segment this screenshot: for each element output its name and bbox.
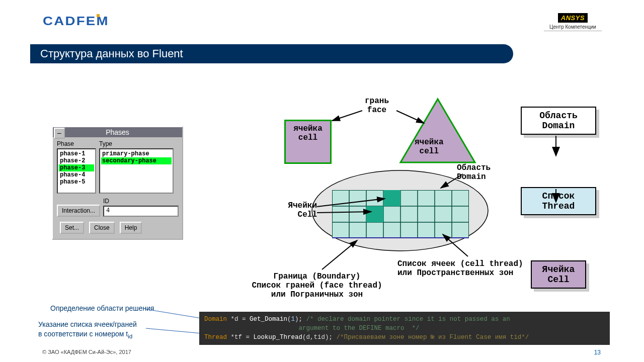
set-button[interactable]: Set... bbox=[60, 222, 84, 234]
type-listbox[interactable]: primary-phase secondary-phase bbox=[99, 148, 174, 194]
arrow-cellthread bbox=[438, 231, 488, 261]
svg-line-25 bbox=[146, 328, 201, 333]
boundary-label: Граница (Boundary) Список граней (face t… bbox=[224, 272, 410, 299]
footnote-2b: в соответствии с номером t bbox=[38, 330, 128, 338]
id-label: ID bbox=[103, 198, 179, 205]
svg-line-2 bbox=[396, 111, 424, 123]
hier-domain-l2: Domain bbox=[526, 121, 591, 131]
ansys-box: ANSYS bbox=[558, 13, 588, 23]
svg-line-22 bbox=[322, 240, 357, 269]
boundary-l2: Список граней (face thread) bbox=[224, 281, 410, 290]
svg-line-1 bbox=[332, 111, 362, 121]
list-item[interactable]: primary-phase bbox=[101, 150, 172, 157]
code-block: Domain *d = Get_Domain(1); /* declare do… bbox=[199, 312, 610, 345]
list-item[interactable]: phase-1 bbox=[59, 150, 94, 157]
system-menu-icon[interactable]: – bbox=[54, 128, 65, 139]
close-button[interactable]: Close bbox=[89, 222, 115, 234]
arrow-boundary bbox=[312, 238, 372, 274]
phase-label: Phase bbox=[57, 140, 96, 147]
cellthread-l2: или Пространственных зон bbox=[397, 268, 558, 278]
page-title: Структура данных во Fluent bbox=[30, 44, 513, 63]
phases-dialog: – Phases Phase phase-1 phase-2 phase-3 p… bbox=[52, 126, 183, 240]
cellthread-label: Список ячеек (cell thread) или Пространс… bbox=[397, 259, 558, 278]
hier-arrows bbox=[521, 131, 596, 211]
arrows-cells bbox=[302, 194, 403, 234]
list-item[interactable]: secondary-phase bbox=[101, 157, 172, 164]
arrow-domain bbox=[438, 171, 478, 196]
phase-listbox[interactable]: phase-1 phase-2 phase-3 phase-4 phase-5 bbox=[57, 148, 96, 194]
footnote-1: Определение области решения bbox=[50, 304, 154, 312]
list-item[interactable]: phase-5 bbox=[59, 178, 94, 186]
footnote-2a: Указание списка ячеек/граней bbox=[38, 320, 137, 328]
dialog-title: Phases bbox=[106, 128, 129, 136]
ansys-subtitle: Центр Компетенции bbox=[544, 24, 602, 31]
list-item[interactable]: phase-2 bbox=[59, 157, 94, 164]
page-number: 13 bbox=[594, 349, 601, 356]
footnote-2: Указание списка ячеек/граней в соответст… bbox=[38, 320, 137, 340]
list-item[interactable]: phase-4 bbox=[59, 171, 94, 178]
type-label: Type bbox=[99, 140, 174, 147]
footnote-2sub: id bbox=[128, 333, 132, 339]
partner-badge: ANSYS Центр Компетенции bbox=[544, 13, 602, 31]
dialog-titlebar: – Phases bbox=[53, 127, 182, 137]
svg-line-19 bbox=[441, 174, 463, 188]
copyright: © ЗАО «КАДФЕМ Си-Ай-Эс», 2017 bbox=[42, 349, 131, 355]
svg-line-21 bbox=[317, 212, 371, 213]
footnote-connectors bbox=[141, 304, 206, 337]
svg-line-20 bbox=[317, 199, 385, 207]
list-item[interactable]: phase-3 bbox=[59, 164, 94, 171]
logo-dot bbox=[97, 14, 100, 17]
id-field[interactable]: 4 bbox=[103, 206, 179, 217]
help-button[interactable]: Help bbox=[120, 222, 142, 234]
svg-line-24 bbox=[146, 309, 201, 318]
interaction-button[interactable]: Interaction... bbox=[57, 205, 100, 217]
boundary-l3: или Пограничных зон bbox=[224, 290, 410, 299]
hier-domain-l1: Область bbox=[526, 111, 591, 121]
svg-line-23 bbox=[443, 234, 468, 256]
